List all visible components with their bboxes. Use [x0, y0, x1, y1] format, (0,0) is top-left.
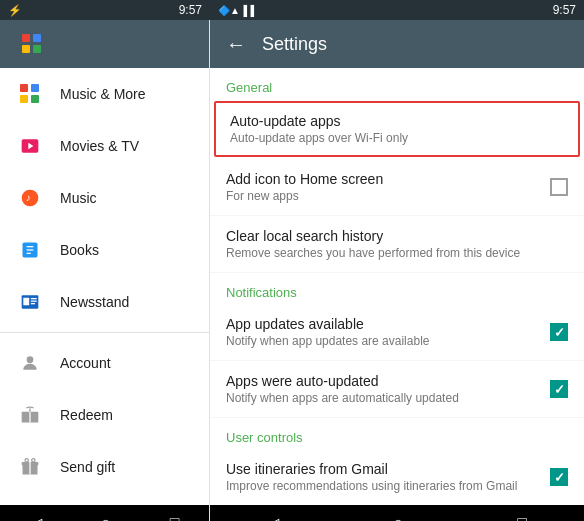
- recent-button-right[interactable]: □: [497, 510, 547, 521]
- play-store-logo: [16, 28, 48, 60]
- apps-auto-checkbox[interactable]: [550, 380, 568, 398]
- music-icon: ♪: [16, 184, 44, 212]
- clear-history-title: Clear local search history: [226, 228, 568, 244]
- svg-point-20: [32, 459, 35, 462]
- sidebar-item-books[interactable]: Books: [0, 224, 209, 276]
- itineraries-checkbox[interactable]: [550, 468, 568, 486]
- sidebar-label-movies: Movies & TV: [60, 138, 139, 154]
- clear-history-subtitle: Remove searches you have performed from …: [226, 246, 568, 260]
- auto-update-title: Auto-update apps: [230, 113, 564, 129]
- svg-point-19: [25, 459, 28, 462]
- sidebar-label-newsstand: Newsstand: [60, 294, 129, 310]
- settings-title: Settings: [262, 34, 327, 55]
- settings-header: ← Settings: [210, 20, 584, 68]
- auto-update-subtitle: Auto-update apps over Wi-Fi only: [230, 131, 564, 145]
- movies-icon: [16, 132, 44, 160]
- settings-content: General Auto-update apps Auto-update app…: [210, 68, 584, 505]
- add-icon-subtitle: For new apps: [226, 189, 542, 203]
- settings-item-apps-auto-updated[interactable]: Apps were auto-updated Notify when apps …: [210, 361, 584, 418]
- bottom-nav-right: ◁ ○ □: [210, 505, 584, 521]
- drawer-header: [0, 20, 209, 68]
- sidebar-label-music: Music: [60, 190, 97, 206]
- settings-item-itineraries[interactable]: Use itineraries from Gmail Improve recom…: [210, 449, 584, 505]
- recent-button-left[interactable]: □: [150, 510, 200, 521]
- status-icons-right: 🔷▲▐▐: [218, 5, 254, 16]
- status-bluetooth-left: ⚡: [8, 4, 22, 17]
- nav-items-list: Music & More Movies & TV ♪ Music: [0, 68, 209, 505]
- add-icon-checkbox[interactable]: [550, 178, 568, 196]
- back-button-right[interactable]: ◁: [247, 510, 299, 522]
- settings-item-auto-update[interactable]: Auto-update apps Auto-update apps over W…: [214, 101, 580, 157]
- app-updates-checkbox[interactable]: [550, 323, 568, 341]
- music-more-icon: [16, 80, 44, 108]
- redeem-icon: [16, 401, 44, 429]
- user-controls-section-label: User controls: [210, 418, 584, 449]
- play-grid-icon: [22, 34, 42, 54]
- add-icon-text: Add icon to Home screen For new apps: [226, 171, 542, 203]
- status-bar-right: 🔷▲▐▐ 9:57: [210, 0, 584, 20]
- app-wrapper: ⚡ 9:57 🔷▲▐▐ 9:57: [0, 0, 584, 521]
- sidebar-item-redeem[interactable]: Redeem: [0, 389, 209, 441]
- itineraries-text: Use itineraries from Gmail Improve recom…: [226, 461, 542, 493]
- sidebar-item-newsstand[interactable]: Newsstand: [0, 276, 209, 328]
- status-bar-row: ⚡ 9:57 🔷▲▐▐ 9:57: [0, 0, 584, 20]
- books-icon: [16, 236, 44, 264]
- general-section-label: General: [210, 68, 584, 99]
- home-button-left[interactable]: ○: [81, 510, 131, 521]
- send-gift-icon: [16, 453, 44, 481]
- apps-auto-subtitle: Notify when apps are automatically updat…: [226, 391, 542, 405]
- newsstand-icon: [16, 288, 44, 316]
- clear-history-text: Clear local search history Remove search…: [226, 228, 568, 260]
- sidebar-item-wishlist[interactable]: Wishlist: [0, 493, 209, 505]
- settings-item-app-updates[interactable]: App updates available Notify when app up…: [210, 304, 584, 361]
- settings-item-clear-history[interactable]: Clear local search history Remove search…: [210, 216, 584, 273]
- nav-divider-1: [0, 332, 209, 333]
- account-icon: [16, 349, 44, 377]
- bottom-nav-left: ◁ ○ □: [0, 505, 209, 521]
- status-time-right: 9:57: [553, 3, 576, 17]
- home-button-right[interactable]: ○: [373, 510, 423, 521]
- right-panel: ← Settings General Auto-update apps Auto…: [210, 20, 584, 521]
- app-updates-title: App updates available: [226, 316, 542, 332]
- auto-update-text: Auto-update apps Auto-update apps over W…: [230, 113, 564, 145]
- app-updates-subtitle: Notify when app updates are available: [226, 334, 542, 348]
- status-time-left: 9:57: [179, 3, 202, 17]
- svg-rect-9: [23, 298, 29, 306]
- app-updates-text: App updates available Notify when app up…: [226, 316, 542, 348]
- sidebar-item-movies[interactable]: Movies & TV: [0, 120, 209, 172]
- sidebar-item-account[interactable]: Account: [0, 337, 209, 389]
- notifications-section-label: Notifications: [210, 273, 584, 304]
- apps-auto-text: Apps were auto-updated Notify when apps …: [226, 373, 542, 405]
- apps-auto-title: Apps were auto-updated: [226, 373, 542, 389]
- settings-item-add-icon[interactable]: Add icon to Home screen For new apps: [210, 159, 584, 216]
- panels-wrapper: Music & More Movies & TV ♪ Music: [0, 20, 584, 521]
- sidebar-item-send-gift[interactable]: Send gift: [0, 441, 209, 493]
- itineraries-subtitle: Improve recommendations using itinerarie…: [226, 479, 542, 493]
- sidebar-label-redeem: Redeem: [60, 407, 113, 423]
- sidebar-label-books: Books: [60, 242, 99, 258]
- add-icon-title: Add icon to Home screen: [226, 171, 542, 187]
- back-button-left[interactable]: ◁: [10, 510, 62, 522]
- svg-point-13: [27, 356, 34, 363]
- sidebar-item-music-more[interactable]: Music & More: [0, 68, 209, 120]
- sidebar-label-send-gift: Send gift: [60, 459, 115, 475]
- left-panel: Music & More Movies & TV ♪ Music: [0, 20, 210, 521]
- svg-text:♪: ♪: [26, 192, 31, 203]
- sidebar-label-account: Account: [60, 355, 111, 371]
- back-arrow-button[interactable]: ←: [226, 33, 246, 56]
- itineraries-title: Use itineraries from Gmail: [226, 461, 542, 477]
- sidebar-item-music[interactable]: ♪ Music: [0, 172, 209, 224]
- status-bar-left: ⚡ 9:57: [0, 0, 210, 20]
- sidebar-label-music-more: Music & More: [60, 86, 146, 102]
